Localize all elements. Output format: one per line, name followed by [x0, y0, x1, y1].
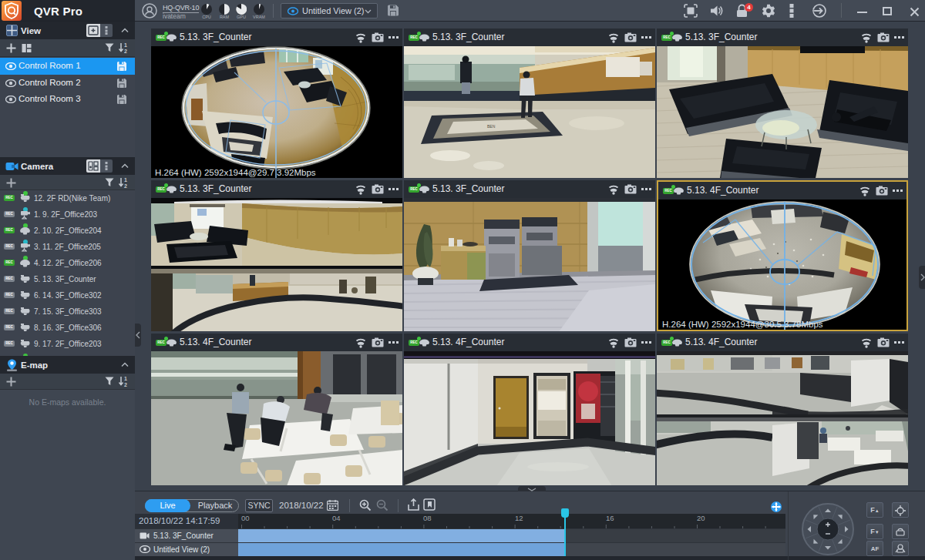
svg-text:1: 1 [124, 376, 127, 381]
svg-text:16: 16 [606, 514, 614, 522]
svg-text:20: 20 [697, 514, 705, 522]
svg-text:BEN: BEN [487, 124, 496, 129]
svg-text:04: 04 [332, 514, 341, 522]
svg-text:08: 08 [423, 514, 432, 522]
svg-text:00: 00 [241, 514, 250, 522]
svg-text:2: 2 [124, 183, 127, 189]
svg-text:1: 1 [124, 177, 127, 183]
svg-text:1: 1 [124, 42, 127, 48]
svg-text:12: 12 [515, 514, 523, 522]
svg-text:2: 2 [124, 49, 127, 54]
svg-text:2: 2 [124, 382, 127, 387]
svg-text:4: 4 [747, 4, 751, 11]
